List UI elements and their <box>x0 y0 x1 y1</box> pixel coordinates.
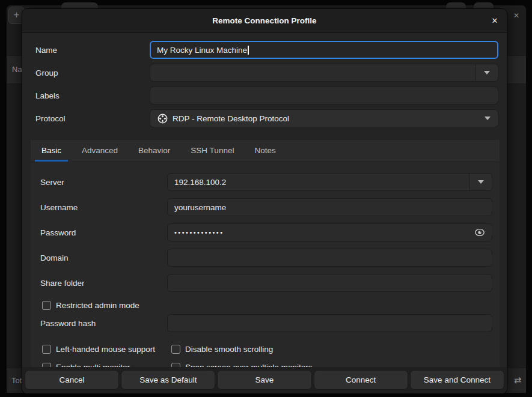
options-row-1: Left-handed mouse support Disable smooth… <box>40 343 492 355</box>
name-row: Name My Rocky Linux Machine <box>35 41 498 59</box>
password-hash-label: Password hash <box>40 319 167 328</box>
restricted-admin-row: Restricted admin mode <box>40 299 492 311</box>
settings-notebook: Basic Advanced Behavior SSH Tunnel Notes… <box>31 140 500 394</box>
left-handed-mouse-checkbox[interactable] <box>42 345 51 354</box>
dialog-action-bar: Cancel Save as Default Save Connect Save… <box>22 367 507 393</box>
tab-basic[interactable]: Basic <box>32 140 71 162</box>
username-input[interactable]: yourusername <box>167 198 492 216</box>
dialog-close-icon[interactable]: ✕ <box>488 14 501 28</box>
restricted-admin-option[interactable]: Restricted admin mode <box>42 301 139 310</box>
remote-connection-profile-dialog: Remote Connection Profile ✕ Name My Rock… <box>22 8 507 394</box>
left-handed-mouse-option[interactable]: Left-handed mouse support <box>42 345 171 354</box>
group-dropdown-button[interactable] <box>475 64 498 81</box>
domain-input[interactable] <box>167 249 492 267</box>
connect-button[interactable]: Connect <box>314 370 408 390</box>
dialog-title: Remote Connection Profile <box>22 9 507 32</box>
restricted-admin-checkbox[interactable] <box>42 301 51 310</box>
group-combobox[interactable] <box>150 64 498 82</box>
tab-ssh-tunnel[interactable]: SSH Tunnel <box>181 140 243 162</box>
text-caret <box>248 46 249 55</box>
chevron-down-icon <box>478 180 484 184</box>
share-folder-row: Share folder <box>40 274 492 292</box>
name-input[interactable]: My Rocky Linux Machine <box>150 41 498 59</box>
labels-label: Labels <box>35 91 150 100</box>
left-handed-mouse-label: Left-handed mouse support <box>56 345 155 354</box>
disable-smooth-scrolling-option[interactable]: Disable smooth scrolling <box>171 345 273 354</box>
domain-label: Domain <box>40 253 167 262</box>
protocol-value: RDP - Remote Desktop Protocol <box>173 114 289 123</box>
password-masked-value: ••••••••••••• <box>174 223 224 241</box>
tab-notes[interactable]: Notes <box>245 140 285 162</box>
password-input[interactable]: ••••••••••••• <box>167 223 492 241</box>
protocol-row: Protocol RDP - Remote Desktop Protocol <box>35 109 498 127</box>
group-label: Group <box>35 68 150 77</box>
eye-icon[interactable] <box>474 228 485 237</box>
password-row: Password ••••••••••••• <box>40 223 492 241</box>
profile-form: Name My Rocky Linux Machine Group Labels <box>22 33 507 127</box>
labels-row: Labels <box>35 86 498 105</box>
save-and-connect-button[interactable]: Save and Connect <box>410 370 504 390</box>
password-hash-row: Password hash <box>40 314 492 332</box>
swap-arrows-icon[interactable]: ⇄ <box>511 374 524 387</box>
rdp-protocol-icon <box>157 114 168 124</box>
tab-advanced[interactable]: Advanced <box>72 140 127 162</box>
group-input[interactable] <box>150 64 475 81</box>
tab-bar: Basic Advanced Behavior SSH Tunnel Notes <box>31 140 500 162</box>
password-label: Password <box>40 228 167 237</box>
dialog-titlebar: Remote Connection Profile ✕ <box>22 9 507 33</box>
server-input[interactable]: 192.168.100.2 <box>168 174 469 190</box>
server-dropdown-button[interactable] <box>469 174 492 190</box>
protocol-dropdown[interactable]: RDP - Remote Desktop Protocol <box>150 109 498 127</box>
domain-row: Domain <box>40 249 492 267</box>
password-hash-input[interactable] <box>167 314 492 332</box>
share-folder-label: Share folder <box>40 279 167 288</box>
share-folder-input[interactable] <box>167 274 492 292</box>
disable-smooth-scrolling-label: Disable smooth scrolling <box>185 345 273 354</box>
window-close-icon[interactable]: ✕ <box>510 9 523 22</box>
tab-behavior[interactable]: Behavior <box>129 140 180 162</box>
name-input-value: My Rocky Linux Machine <box>157 46 247 55</box>
username-label: Username <box>40 203 167 212</box>
name-label: Name <box>35 46 150 55</box>
server-row: Server 192.168.100.2 <box>40 173 492 191</box>
server-label: Server <box>40 178 167 187</box>
chevron-down-icon <box>485 117 491 120</box>
disable-smooth-scrolling-checkbox[interactable] <box>171 345 180 354</box>
restricted-admin-label: Restricted admin mode <box>56 301 139 310</box>
group-row: Group <box>35 64 498 82</box>
save-button[interactable]: Save <box>217 370 311 390</box>
save-as-default-button[interactable]: Save as Default <box>121 370 215 390</box>
server-combobox[interactable]: 192.168.100.2 <box>167 173 492 191</box>
cancel-button[interactable]: Cancel <box>25 370 119 390</box>
username-row: Username yourusername <box>40 198 492 216</box>
basic-tab-content: Server 192.168.100.2 Username youruserna… <box>31 162 500 373</box>
protocol-label: Protocol <box>35 114 150 123</box>
labels-input[interactable] <box>150 86 498 105</box>
chevron-down-icon <box>484 71 490 74</box>
